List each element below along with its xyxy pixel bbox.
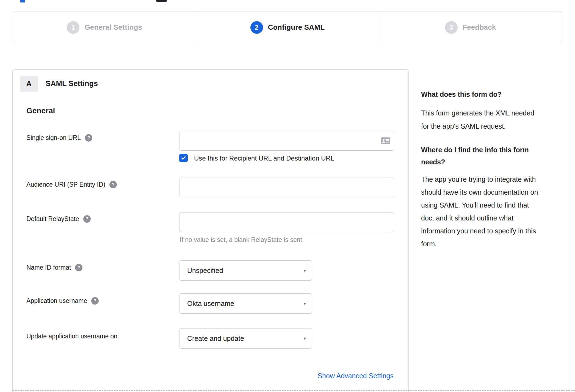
help-question-2: Where do I find the info this form needs…	[421, 144, 571, 168]
help-icon[interactable]: ?	[109, 181, 117, 188]
step-label: General Settings	[84, 23, 142, 32]
saml-settings-panel: A SAML Settings General Single sign-on U…	[12, 69, 409, 392]
help-icon[interactable]: ?	[91, 297, 99, 305]
selected-value: Create and update	[187, 335, 244, 343]
show-advanced-settings-link[interactable]: Show Advanced Settings	[317, 372, 394, 380]
label-text: Name ID format	[26, 264, 71, 271]
default-relaystate-input[interactable]	[179, 212, 394, 232]
section-a-badge: A	[20, 76, 38, 92]
chevron-down-icon: ▾	[303, 336, 306, 341]
name-id-format-select[interactable]: Unspecified ▾	[179, 260, 312, 281]
step-configure-saml[interactable]: 2 Configure SAML	[196, 12, 379, 43]
wizard-stepper: 1 General Settings 2 Configure SAML 3 Fe…	[13, 12, 562, 43]
update-application-username-label: Update application username on	[26, 333, 117, 340]
help-icon[interactable]: ?	[85, 134, 92, 142]
selected-value: Unspecified	[187, 267, 223, 275]
single-sign-on-url-label: Single sign-on URL ?	[26, 134, 92, 142]
single-sign-on-url-input[interactable]	[179, 131, 394, 151]
label-text: Single sign-on URL	[26, 134, 81, 142]
label-text: Audience URI (SP Entity ID)	[26, 181, 105, 188]
label-text: Update application username on	[26, 333, 117, 340]
help-answer-2: The app you're trying to integrate with …	[421, 173, 571, 250]
step-label: Configure SAML	[268, 23, 325, 32]
help-answer-1: This form generates the XML needed for t…	[421, 106, 571, 133]
application-username-select[interactable]: Okta username ▾	[179, 293, 312, 314]
label-text: Application username	[26, 297, 87, 305]
help-icon[interactable]: ?	[83, 215, 91, 223]
step-feedback[interactable]: 3 Feedback	[379, 12, 562, 43]
relaystate-hint: If no value is set, a blank RelayState i…	[180, 236, 302, 244]
clipped-header-icon-fragment	[156, 0, 167, 2]
label-text: Default RelayState	[26, 215, 79, 223]
step-number-badge: 1	[67, 21, 79, 34]
step-number-badge: 2	[250, 21, 263, 34]
panel-title: SAML Settings	[46, 79, 98, 88]
check-icon	[181, 155, 186, 161]
help-sidebar: What does this form do? This form genera…	[421, 88, 571, 250]
chevron-down-icon: ▾	[303, 301, 306, 307]
bottom-dashed-separator	[13, 390, 575, 391]
help-icon[interactable]: ?	[75, 264, 82, 271]
chevron-down-icon: ▾	[303, 268, 306, 274]
selected-value: Okta username	[187, 300, 234, 308]
general-section-heading: General	[26, 106, 55, 115]
contact-card-icon[interactable]	[381, 137, 390, 144]
step-general-settings[interactable]: 1 General Settings	[13, 12, 196, 43]
step-number-badge: 3	[445, 21, 458, 34]
help-question-1: What does this form do?	[421, 88, 571, 100]
audience-uri-label: Audience URI (SP Entity ID) ?	[26, 181, 117, 188]
update-application-username-select[interactable]: Create and update ▾	[179, 328, 312, 349]
audience-uri-input[interactable]	[179, 178, 394, 197]
step-label: Feedback	[463, 23, 496, 32]
name-id-format-label: Name ID format ?	[26, 264, 82, 271]
use-for-recipient-destination-checkbox[interactable]	[179, 154, 188, 162]
application-username-label: Application username ?	[26, 297, 99, 305]
checkbox-label: Use this for Recipient URL and Destinati…	[194, 154, 334, 162]
default-relaystate-label: Default RelayState ?	[26, 215, 91, 223]
clipped-header-fragment	[20, 0, 25, 2]
